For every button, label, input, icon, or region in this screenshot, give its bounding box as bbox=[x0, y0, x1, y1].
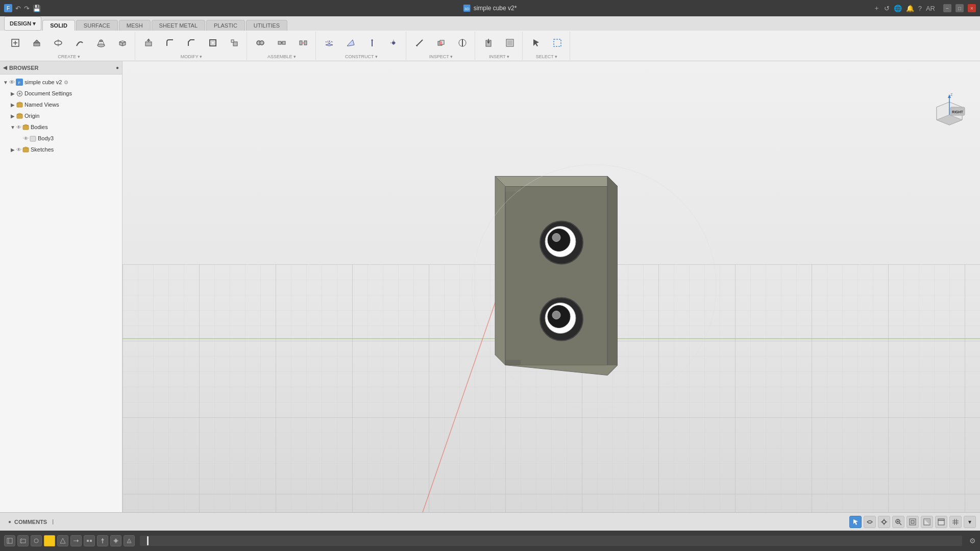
tree-settings-root[interactable]: ⚙ bbox=[64, 80, 68, 85]
save-btn[interactable]: 💾 bbox=[33, 5, 41, 12]
box-btn[interactable] bbox=[112, 33, 133, 53]
minimize-btn[interactable]: − bbox=[943, 4, 951, 12]
zebra-btn[interactable] bbox=[452, 33, 473, 53]
window-title-area: 3D simple cube v2* bbox=[463, 5, 517, 12]
timeline-tool-6[interactable] bbox=[84, 535, 95, 546]
offset-plane-btn[interactable] bbox=[319, 33, 339, 53]
comments-expand-btn[interactable]: | bbox=[52, 519, 54, 524]
grid-display-btn[interactable] bbox=[949, 516, 962, 528]
tree-item-body3[interactable]: 👁 Body3 bbox=[0, 133, 122, 144]
fit-all-btn[interactable] bbox=[906, 516, 919, 528]
timeline-tool-2[interactable] bbox=[17, 535, 29, 546]
help-icon[interactable]: ? bbox=[918, 5, 922, 12]
timeline-scrubber[interactable] bbox=[140, 536, 962, 546]
tree-arrow-named-views[interactable]: ▶ bbox=[9, 102, 16, 108]
svg-marker-64 bbox=[23, 124, 29, 126]
comments-toggle-btn[interactable]: ● bbox=[8, 519, 11, 524]
nav-cube[interactable]: RIGHT Z bbox=[929, 92, 970, 133]
insert-derive-btn[interactable] bbox=[478, 33, 499, 53]
timeline-tool-4[interactable] bbox=[57, 535, 68, 546]
tree-item-doc-settings[interactable]: ▶ Document Settings bbox=[0, 88, 122, 99]
add-tab-btn[interactable]: ＋ bbox=[873, 4, 880, 13]
assemble-group: ASSEMBLE ▾ bbox=[248, 32, 316, 60]
tab-mesh[interactable]: MESH bbox=[119, 20, 151, 31]
rigid-group-btn[interactable] bbox=[293, 33, 313, 53]
close-btn[interactable]: × bbox=[968, 4, 976, 12]
select-btn[interactable] bbox=[526, 33, 546, 53]
timeline-tool-8[interactable] bbox=[110, 535, 121, 546]
tree-eye-sketches[interactable]: 👁 bbox=[16, 147, 21, 153]
bell-icon[interactable]: 🔔 bbox=[906, 5, 914, 12]
tree-arrow-doc-settings[interactable]: ▶ bbox=[9, 91, 16, 96]
globe-icon[interactable]: 🌐 bbox=[894, 5, 902, 12]
point-btn[interactable] bbox=[383, 33, 404, 53]
fillet-btn[interactable] bbox=[160, 33, 180, 53]
cursor-mode-btn[interactable] bbox=[849, 516, 862, 528]
shell-btn[interactable] bbox=[203, 33, 223, 53]
timeline-tool-1[interactable] bbox=[4, 535, 15, 546]
timeline-tool-7[interactable] bbox=[97, 535, 108, 546]
tree-item-root[interactable]: ▼ 👁 F simple cube v2 ⚙ bbox=[0, 77, 122, 88]
zoom-btn[interactable] bbox=[892, 516, 904, 528]
new-component-btn[interactable] bbox=[5, 33, 26, 53]
interference-btn[interactable] bbox=[431, 33, 451, 53]
canvas-btn[interactable] bbox=[500, 33, 520, 53]
inspect-group: INSPECT ▾ bbox=[407, 32, 475, 60]
timeline-tool-5[interactable] bbox=[70, 535, 82, 546]
redo-btn[interactable]: ↷ bbox=[24, 5, 30, 12]
svg-marker-8 bbox=[34, 40, 40, 43]
joint-btn[interactable] bbox=[250, 33, 271, 53]
pan-btn[interactable] bbox=[878, 516, 890, 528]
svg-marker-53 bbox=[533, 39, 539, 46]
tree-item-origin[interactable]: ▶ Origin bbox=[0, 110, 122, 121]
user-icon[interactable]: AR bbox=[926, 5, 935, 12]
extrude-btn[interactable] bbox=[27, 33, 47, 53]
tree-eye-bodies[interactable]: 👁 bbox=[16, 124, 21, 130]
collapse-browser-btn[interactable]: ◀ bbox=[3, 65, 7, 70]
viewport[interactable]: RIGHT Z bbox=[122, 61, 980, 512]
tree-arrow-root[interactable]: ▼ bbox=[2, 80, 9, 85]
tree-arrow-bodies[interactable]: ▼ bbox=[9, 124, 16, 130]
loft-btn[interactable] bbox=[91, 33, 111, 53]
revolve-btn[interactable] bbox=[48, 33, 68, 53]
tree-icon-bodies bbox=[22, 124, 29, 131]
measure-btn[interactable] bbox=[409, 33, 430, 53]
axis-btn[interactable] bbox=[362, 33, 382, 53]
tab-sheet-metal[interactable]: SHEET METAL bbox=[152, 20, 205, 31]
window-select-btn[interactable] bbox=[547, 33, 568, 53]
plane-at-angle-btn[interactable] bbox=[340, 33, 361, 53]
orbit-btn[interactable] bbox=[864, 516, 876, 528]
comments-bar: ● COMMENTS | bbox=[4, 519, 127, 525]
active-timeline-marker[interactable] bbox=[44, 535, 55, 546]
tree-item-named-views[interactable]: ▶ Named Views bbox=[0, 99, 122, 110]
tree-item-bodies[interactable]: ▼ 👁 Bodies bbox=[0, 121, 122, 133]
tab-utilities[interactable]: UTILITIES bbox=[246, 20, 287, 31]
undo-btn[interactable]: ↶ bbox=[15, 5, 21, 12]
comments-label[interactable]: COMMENTS bbox=[14, 519, 47, 525]
maximize-btn[interactable]: □ bbox=[955, 4, 964, 12]
visual-style-btn[interactable] bbox=[935, 516, 947, 528]
refresh-btn[interactable]: ↺ bbox=[884, 5, 890, 12]
press-pull-btn[interactable] bbox=[138, 33, 159, 53]
timeline-playhead[interactable] bbox=[147, 536, 149, 545]
as-built-joint-btn[interactable] bbox=[272, 33, 292, 53]
tab-solid[interactable]: SOLID bbox=[42, 20, 75, 31]
tree-arrow-sketches[interactable]: ▶ bbox=[9, 147, 16, 153]
display-mode-btn[interactable] bbox=[921, 516, 933, 528]
timeline-settings-btn[interactable]: ⚙ bbox=[969, 537, 976, 545]
tree-eye-root[interactable]: 👁 bbox=[9, 79, 15, 85]
scale-btn[interactable] bbox=[224, 33, 244, 53]
chamfer-btn[interactable] bbox=[181, 33, 202, 53]
browser-tree: ▼ 👁 F simple cube v2 ⚙ ▶ Document Settin… bbox=[0, 74, 122, 512]
tab-plastic[interactable]: PLASTIC bbox=[206, 20, 245, 31]
browser-options-btn[interactable]: ● bbox=[116, 65, 119, 70]
tree-item-sketches[interactable]: ▶ 👁 Sketches bbox=[0, 144, 122, 155]
timeline-tool-3[interactable] bbox=[31, 535, 42, 546]
sweep-btn[interactable] bbox=[69, 33, 90, 53]
design-dropdown[interactable]: DESIGN ▾ bbox=[4, 16, 41, 31]
timeline-tool-9[interactable] bbox=[124, 535, 135, 546]
tree-arrow-origin[interactable]: ▶ bbox=[9, 113, 16, 119]
tree-eye-body3[interactable]: 👁 bbox=[23, 136, 29, 141]
tab-surface[interactable]: SURFACE bbox=[76, 20, 118, 31]
more-display-options-btn[interactable]: ▾ bbox=[964, 516, 976, 528]
